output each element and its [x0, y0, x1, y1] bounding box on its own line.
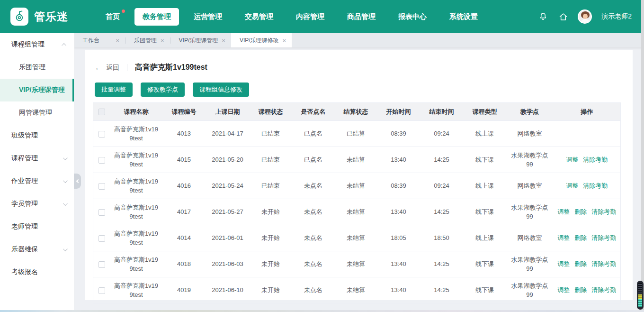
nav-item-6[interactable]: 报表中心	[390, 8, 435, 26]
table-head: 课程名称课程编号上课日期课程状态是否点名结算状态开始时间结束时间课程类型教学点操…	[93, 103, 621, 121]
row-checkbox[interactable]	[98, 235, 105, 242]
row-checkbox[interactable]	[98, 287, 105, 294]
page-scrollbar-track[interactable]	[641, 0, 644, 310]
row-action-link[interactable]: 调整	[557, 208, 570, 215]
cell-venue: 网络教室	[506, 173, 554, 199]
sidebar-item-3[interactable]: 作业管理	[0, 170, 74, 193]
row-checkbox-cell	[93, 251, 110, 277]
cell-date: 2021-05-27	[206, 199, 250, 225]
tab-0[interactable]: 工作台×	[74, 33, 125, 47]
nav-item-4[interactable]: 内容管理	[288, 8, 332, 26]
sidebar-item-1[interactable]: 班级管理	[0, 124, 74, 147]
page-header: ← 返回 高音萨克斯1v199test	[93, 63, 625, 73]
row-action-link[interactable]: 调整	[557, 234, 570, 241]
tab-close-icon[interactable]: ×	[116, 37, 119, 44]
cell-type: 线上课	[464, 225, 506, 251]
row-checkbox[interactable]	[98, 157, 105, 164]
cell-start: 13:40	[377, 277, 420, 303]
user-name[interactable]: 演示老师2	[601, 12, 632, 21]
row-action-link[interactable]: 清除考勤	[583, 182, 608, 189]
nav-item-label: 教务管理	[143, 12, 171, 20]
modify-venue-button[interactable]: 修改教学点	[141, 83, 185, 97]
tab-2[interactable]: VIP/乐理课管理×	[170, 33, 231, 47]
brand[interactable]: 管乐迷	[10, 8, 68, 26]
cell-date: 2021-05-20	[206, 147, 250, 173]
notification-badge-dot	[122, 9, 125, 13]
row-checkbox-cell	[93, 199, 110, 225]
cell-code: 4017	[162, 199, 206, 225]
sidebar-item-4[interactable]: 学员管理	[0, 193, 74, 215]
row-action-link[interactable]: 删除	[574, 234, 587, 241]
nav-item-3[interactable]: 交易管理	[237, 8, 281, 26]
tab-bar: 工作台×乐团管理×VIP/乐理课管理×VIP/乐理课修改×	[74, 33, 644, 47]
sidebar-item-2[interactable]: 课程管理	[0, 147, 74, 170]
chevron-up-icon	[62, 43, 66, 47]
cell-end: 09:24	[420, 173, 464, 199]
cell-settlement: 未结算	[335, 277, 377, 303]
sidebar-item-0-0[interactable]: 乐团管理	[0, 56, 74, 79]
select-all-checkbox[interactable]	[98, 109, 105, 115]
cell-status: 未开始	[250, 277, 292, 303]
cell-name: 高音萨克斯1v199test	[110, 277, 162, 303]
sidebar-item-0-1[interactable]: VIP/乐理课管理	[0, 79, 74, 101]
nav-item-1[interactable]: 教务管理	[134, 8, 179, 26]
cell-venue: 水果湖教学点99	[506, 147, 554, 173]
cell-rollcall: 未点名	[292, 225, 335, 251]
sidebar-item-0-2[interactable]: 网管课管理	[0, 101, 74, 124]
row-checkbox[interactable]	[98, 131, 105, 138]
row-checkbox[interactable]	[98, 183, 105, 190]
cell-date: 2021-05-24	[206, 173, 250, 199]
top-right: 演示老师2	[538, 9, 632, 24]
nav-item-0[interactable]: 首页	[98, 8, 128, 26]
sidebar-collapse-handle[interactable]	[74, 174, 81, 189]
row-checkbox[interactable]	[98, 261, 105, 268]
cell-settlement: 未结算	[335, 199, 377, 225]
table-header-row: 课程名称课程编号上课日期课程状态是否点名结算状态开始时间结束时间课程类型教学点操…	[93, 103, 621, 121]
sidebar-item-label: 乐器维保	[11, 245, 38, 254]
sidebar-item-5[interactable]: 老师管理	[0, 215, 74, 238]
home-icon[interactable]	[558, 11, 568, 22]
tab-close-icon[interactable]: ×	[161, 37, 164, 44]
row-action-link[interactable]: 调整	[557, 260, 570, 267]
nav-item-label: 系统设置	[449, 12, 478, 20]
column-header-8: 课程类型	[464, 103, 506, 121]
tab-3[interactable]: VIP/乐理课修改×	[231, 33, 292, 47]
tab-1[interactable]: 乐团管理×	[125, 33, 170, 47]
nav-item-7[interactable]: 系统设置	[441, 8, 486, 26]
tab-close-icon[interactable]: ×	[283, 37, 286, 44]
back-button[interactable]: ← 返回	[95, 64, 119, 72]
cell-rollcall: 已点名	[292, 147, 335, 173]
cell-start: 13:40	[377, 251, 420, 277]
nav-item-2[interactable]: 运营管理	[186, 8, 230, 26]
user-avatar[interactable]	[578, 9, 592, 24]
row-action-link[interactable]: 清除考勤	[591, 260, 616, 267]
nav-item-5[interactable]: 商品管理	[339, 8, 384, 26]
row-action-link[interactable]: 清除考勤	[583, 156, 608, 163]
batch-adjust-button[interactable]: 批量调整	[95, 83, 133, 97]
page-scrollbar-thumb[interactable]	[637, 281, 644, 310]
row-action-link[interactable]: 调整	[566, 182, 578, 189]
cell-actions: 调整删除清除考勤	[554, 251, 621, 277]
cell-code: 4016	[162, 173, 206, 199]
column-header-4: 是否点名	[292, 103, 335, 121]
course-table: 课程名称课程编号上课日期课程状态是否点名结算状态开始时间结束时间课程类型教学点操…	[93, 102, 621, 303]
row-action-link[interactable]: 删除	[574, 208, 587, 215]
row-action-link[interactable]: 清除考勤	[591, 286, 616, 294]
cell-venue: 网络教室	[506, 121, 554, 147]
tab-close-icon[interactable]: ×	[222, 37, 225, 44]
row-action-link[interactable]: 清除考勤	[591, 208, 616, 215]
row-action-link[interactable]: 调整	[557, 286, 570, 294]
bell-icon[interactable]	[538, 11, 548, 22]
row-action-link[interactable]: 调整	[566, 156, 578, 163]
cell-status: 未开始	[250, 251, 292, 277]
sidebar-item-0[interactable]: 课程组管理	[0, 33, 74, 56]
row-checkbox[interactable]	[98, 209, 105, 216]
sidebar-item-7[interactable]: 考级报名	[0, 261, 74, 284]
row-action-link[interactable]: 删除	[574, 260, 587, 267]
row-action-link[interactable]: 清除考勤	[591, 234, 616, 241]
cell-actions	[554, 121, 621, 147]
sidebar-item-6[interactable]: 乐器维保	[0, 238, 74, 261]
modify-group-info-button[interactable]: 课程组信息修改	[193, 83, 249, 97]
row-action-link[interactable]: 删除	[574, 286, 587, 294]
cell-actions: 调整删除清除考勤	[554, 225, 621, 251]
